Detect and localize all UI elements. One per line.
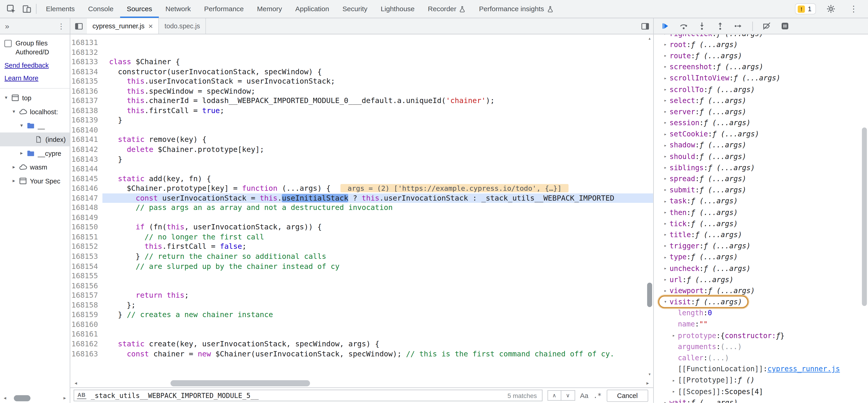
tab-application[interactable]: Application [289, 0, 336, 18]
scroll-up-icon[interactable]: ▴ [646, 36, 653, 41]
line-number[interactable]: 168145 [70, 174, 98, 184]
chevron-right-icon[interactable]: ▸ [661, 400, 670, 403]
scrollbar-thumb[interactable] [14, 395, 31, 401]
scroll-right-icon[interactable]: ▸ [61, 396, 68, 401]
chevron-right-icon[interactable]: ▸ [661, 188, 670, 192]
chevron-right-icon[interactable]: ▸ [661, 199, 670, 204]
line-number[interactable]: 168150 [70, 223, 98, 232]
scope-row-select[interactable]: ▸select: ƒ (...args) [654, 95, 868, 106]
step-over-button[interactable] [679, 22, 688, 31]
line-number[interactable]: 168131 [70, 38, 98, 48]
chevron-right-icon[interactable]: ▸ [661, 210, 670, 215]
scope-row-tick[interactable]: ▸tick: ƒ (...args) [654, 218, 868, 229]
chevron-right-icon[interactable]: ▸ [661, 277, 670, 282]
step-button[interactable] [734, 22, 743, 31]
debugger-vertical-scrollbar[interactable] [861, 34, 868, 403]
editor-horizontal-scrollbar[interactable]: ◂ ▸ [70, 379, 653, 387]
editor-vertical-scrollbar[interactable]: ▴ ▾ [646, 34, 653, 379]
scope-row-visit[interactable]: ▾visit: ƒ (...args) [654, 296, 868, 308]
line-number[interactable]: 168156 [70, 281, 98, 291]
function-location-link[interactable]: cypress_runner.js [767, 365, 840, 373]
regex-toggle[interactable]: .* [593, 392, 601, 399]
scope-row-server[interactable]: ▸server: ƒ (...args) [654, 106, 868, 117]
step-into-button[interactable] [698, 22, 707, 31]
line-number[interactable]: 168151 [70, 232, 98, 242]
scope-row-route[interactable]: ▸route: ƒ (...args) [654, 50, 868, 61]
pause-on-exceptions-button[interactable] [781, 22, 789, 31]
tree-item-item[interactable]: ▾__ [0, 119, 70, 133]
chevron-right-icon[interactable]: ▸ [10, 178, 18, 183]
previous-match-button[interactable]: ∧ [548, 390, 561, 401]
scrollbar-thumb[interactable] [647, 283, 652, 307]
scope-row-title[interactable]: ▸title: ƒ (...args) [654, 229, 868, 240]
scope-row-url[interactable]: ▸url: ƒ (...args) [654, 274, 868, 285]
chevron-right-icon[interactable]: ▸ [661, 64, 670, 69]
tree-item-wasm[interactable]: ▸wasm [0, 160, 70, 174]
line-number[interactable]: 168133 [70, 57, 98, 67]
scope-row-task[interactable]: ▸task: ƒ (...args) [654, 196, 868, 207]
scope-row-caller[interactable]: caller: (...) [654, 352, 868, 364]
line-number[interactable]: 168136 [70, 86, 98, 96]
line-number[interactable]: 168135 [70, 77, 98, 86]
step-out-button[interactable] [716, 22, 725, 31]
scroll-left-icon[interactable]: ◂ [2, 396, 8, 401]
tab-console[interactable]: Console [82, 0, 120, 18]
line-number[interactable]: 168140 [70, 125, 98, 135]
line-number[interactable]: 168138 [70, 106, 98, 116]
scope-row-scrollintoview[interactable]: ▸scrollIntoView: ƒ (...args) [654, 73, 868, 84]
tab-network[interactable]: Network [159, 0, 197, 18]
scope-row-functionlocation[interactable]: [[FunctionLocation]]: cypress_runner.js [654, 364, 868, 375]
line-number[interactable]: 168158 [70, 300, 98, 310]
chevron-right-icon[interactable]: ▸ [10, 165, 18, 170]
line-number[interactable]: 168163 [70, 349, 98, 359]
cancel-button[interactable]: Cancel [607, 389, 648, 401]
scope-row-siblings[interactable]: ▸siblings: ƒ (...args) [654, 162, 868, 173]
tree-item-your-spec[interactable]: ▸Your Spec [0, 174, 70, 188]
line-number[interactable]: 168149 [70, 213, 98, 223]
chevron-right-icon[interactable]: ▸ [661, 154, 670, 159]
close-tab-icon[interactable]: × [148, 22, 153, 30]
toggle-navigator-button[interactable] [70, 18, 87, 34]
tab-sources[interactable]: Sources [120, 0, 159, 18]
scope-row-uncheck[interactable]: ▸uncheck: ƒ (...args) [654, 263, 868, 274]
tab-recorder[interactable]: Recorder [421, 0, 472, 18]
file-tab-cypress-runner[interactable]: cypress_runner.js × [87, 18, 159, 34]
tab-security[interactable]: Security [336, 0, 374, 18]
next-match-button[interactable]: ∨ [561, 390, 575, 401]
line-number[interactable]: 168153 [70, 252, 98, 261]
chevron-right-icon[interactable]: ▸ [661, 120, 670, 125]
send-feedback-link[interactable]: Send feedback [4, 61, 65, 69]
scope-row-setcookie[interactable]: ▸setCookie: ƒ (...args) [654, 128, 868, 140]
chevron-right-icon[interactable]: ▸ [661, 42, 670, 47]
line-number[interactable]: 168161 [70, 329, 98, 339]
settings-button[interactable] [823, 1, 839, 17]
chevron-down-icon[interactable]: ▾ [661, 299, 670, 304]
group-files-checkbox[interactable] [4, 40, 12, 47]
learn-more-link[interactable]: Learn More [4, 74, 65, 82]
chevron-right-icon[interactable]: ▸ [661, 266, 670, 271]
scroll-left-icon[interactable]: ◂ [72, 380, 79, 385]
scope-row-submit[interactable]: ▸submit: ƒ (...args) [654, 184, 868, 196]
chevron-right-icon[interactable]: ▸ [661, 98, 670, 103]
scrollbar-thumb[interactable] [170, 380, 310, 386]
chevron-right-icon[interactable]: ▸ [661, 176, 670, 181]
scrollbar-track[interactable] [79, 380, 644, 386]
scope-row-viewport[interactable]: ▸viewport: ƒ (...args) [654, 285, 868, 296]
chevron-right-icon[interactable]: ▸ [661, 243, 670, 248]
main-menu-button[interactable]: ⋮ [846, 1, 861, 17]
chevron-right-icon[interactable]: ▸ [670, 333, 678, 338]
tab-performance-insights[interactable]: Performance insights [472, 0, 560, 18]
tree-item-top[interactable]: ▾top [0, 91, 70, 105]
line-number[interactable]: 168146 [70, 184, 98, 194]
tree-item-index[interactable]: (index) [0, 133, 70, 146]
line-number[interactable]: 168160 [70, 320, 98, 329]
scope-row-then[interactable]: ▸then: ƒ (...args) [654, 207, 868, 218]
chevron-down-icon[interactable]: ▾ [18, 123, 26, 128]
chevron-right-icon[interactable]: ▸ [661, 221, 670, 226]
device-toolbar-button[interactable] [19, 1, 34, 17]
scope-row-prototype[interactable]: ▸[[Prototype]]: ƒ () [654, 375, 868, 386]
chevron-right-icon[interactable]: ▸ [661, 288, 670, 293]
chevron-right-icon[interactable]: ▸ [661, 232, 670, 237]
resume-button[interactable] [661, 22, 670, 31]
chevron-right-icon[interactable]: ▸ [661, 34, 670, 36]
